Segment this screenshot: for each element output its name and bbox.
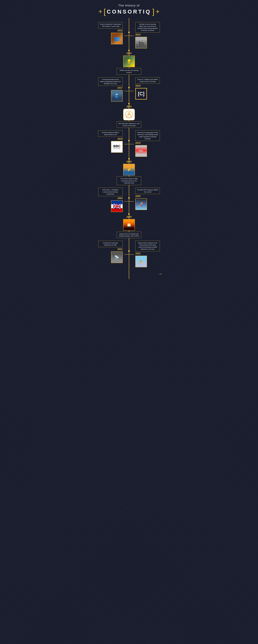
drone-left-icon: ✈ [98, 9, 102, 14]
img-2019: OIL [135, 145, 147, 157]
info-box-center-2015c: DFS discovers, believes in, and invests … [117, 121, 141, 128]
year-2015d: 2015 [135, 84, 141, 87]
h-line-right-r6 [129, 254, 134, 255]
img-center-2020b: 🌅 [123, 219, 135, 231]
svg-point-1 [128, 114, 130, 115]
col-left-2018a: 30 Pilots trained for BBC's Natural Hist… [89, 130, 124, 153]
info-box-2017: Consortiq develops drone safety manageme… [98, 77, 123, 86]
dot-row1 [128, 32, 130, 33]
center-entry-2015a: 2015 👷 UAVAir launches first training co… [117, 50, 141, 74]
year-center-2015a: 2015 [126, 52, 132, 55]
img-center-2015c [123, 109, 135, 120]
info-box-2020a: IPSO Facto - UK Military Leavers drone t… [98, 188, 123, 196]
bbc-text: BBC [113, 144, 120, 148]
center-entry-2020b: 2020 🌅 Started work on Fly2plan with Hea… [117, 213, 141, 238]
bbc-subtext: Natural History [113, 148, 120, 149]
timeline-row-center-2020b: 2020 🌅 Started work on Fly2plan with Hea… [89, 213, 169, 240]
timeline-row-3: Consortiq develops drone safety manageme… [89, 76, 169, 103]
center-dot-row3 [124, 77, 134, 88]
dot-row4 [128, 140, 130, 142]
dot-center-2015c [128, 103, 130, 104]
timeline-row-6: Conducts 5G cell tower inspections for B… [89, 240, 169, 268]
h-line-right-r3 [129, 91, 134, 91]
info-box-2015b: UAViate is first to develop safety case … [135, 22, 160, 32]
bracket-left: [ [104, 8, 106, 16]
img-2020c: 🚀 [135, 198, 147, 210]
page-header: The History of ✈ [ CONSORTIQ ] ✈ [89, 0, 169, 18]
h-line-left-r3 [124, 91, 129, 91]
timeline-row-center-2015c: 2015 DFS discovers, believes in, and inv… [89, 103, 169, 129]
year-2021: 2021 [117, 248, 123, 251]
h-line-right-r4 [129, 144, 134, 144]
img-center-2015a: 👷 [123, 56, 135, 67]
dot-row5 [128, 197, 130, 199]
col-right-2015d: Cloud 12, UAViate, and UAVAir merge to f… [134, 77, 169, 100]
dot-center-2015a [128, 50, 130, 51]
info-box-center-2018b: 21 Ecuador power & utility companies rea… [117, 176, 141, 185]
col-right-2015b: UAViate is first to develop safety case … [134, 22, 169, 48]
img-2012: 👥 [111, 33, 123, 44]
center-entry-2015c: 2015 DFS discovers, believes in, and inv… [117, 103, 141, 128]
header-subtitle: The History of [92, 4, 166, 7]
header-title-wrapper: ✈ [ CONSORTIQ ] ✈ [92, 8, 166, 16]
h-line-right-r5 [129, 201, 134, 202]
bracket-wrapper: [ CONSORTIQ ] [104, 8, 154, 16]
center-dot-row5 [124, 188, 134, 199]
year-2017: 2017 [117, 86, 123, 89]
dot-center-2020b [128, 213, 130, 215]
info-box-2021: Conducts 5G cell tower inspections for B… [98, 241, 123, 247]
timeline-row-center-2018b: 2018 ⚡ 21 Ecuador power & utility compan… [89, 158, 169, 186]
img-2015d: [C] [135, 88, 147, 100]
h-line-left-r1 [124, 36, 129, 36]
year-2020a: 2020 [117, 197, 123, 200]
year-2020c: 2020 [135, 195, 141, 198]
img-2017: 🛢️ [111, 90, 123, 102]
info-box-2018a: 30 Pilots trained for BBC's Natural Hist… [98, 130, 123, 137]
col-left-2017: Consortiq develops drone safety manageme… [89, 77, 124, 102]
timeline-row-5: IPSO Facto - UK Military Leavers drone t… [89, 186, 169, 213]
timeline-row-1: Cloud 12 helps film "Rudimental - Not Gi… [89, 21, 169, 50]
center-entry-2018b: 2018 ⚡ 21 Ecuador power & utility compan… [117, 158, 141, 185]
page-wrapper: The History of ✈ [ CONSORTIQ ] ✈ Cloud 1… [89, 0, 169, 287]
year-2012: 2012 [117, 29, 123, 32]
col-left-2021: Conducts 5G cell tower inspections for B… [89, 241, 124, 263]
center-dot-row4 [124, 130, 134, 142]
year-2022: 2022 [135, 252, 141, 255]
center-dot-row6 [124, 241, 134, 252]
img-2020a: 🇬🇧 [111, 200, 123, 212]
h-line-left-r5 [124, 201, 129, 202]
col-right-2020c: Provides TOP Training to NASA drone pilo… [134, 188, 169, 210]
img-2022: 🚁 [135, 256, 147, 267]
info-box-2019: Chemical & energy giants Shell, Chemours… [135, 130, 160, 141]
col-left-2020a: IPSO Facto - UK Military Leavers drone t… [89, 188, 124, 212]
info-box-2022: Solent Future Transport Zone Project kic… [135, 241, 160, 251]
img-2021: 📡 [111, 252, 123, 263]
arrow-right-icon: → [158, 271, 163, 276]
info-box-2015d: Cloud 12, UAViate, and UAVAir merge to f… [135, 77, 160, 84]
consortiq-logo-svg [125, 111, 133, 118]
dot-row6 [128, 250, 130, 252]
year-center-2015c: 2015 [126, 105, 132, 108]
info-box-center-2020b: Started work on Fly2plan with Heathrow A… [117, 232, 141, 238]
year-2018a: 2018 [117, 138, 123, 140]
timeline: Cloud 12 helps film "Rudimental - Not Gi… [89, 18, 169, 279]
bracket-right: ] [152, 8, 154, 16]
col-right-2019: Chemical & energy giants Shell, Chemours… [134, 130, 169, 157]
img-2018a: BBC Natural History [111, 141, 123, 153]
info-box-2012: Cloud 12 helps film "Rudimental - Not Gi… [98, 22, 123, 28]
dot-row3 [128, 87, 130, 88]
h-line-right-r1 [129, 36, 134, 36]
info-box-center-2015a: UAVAir launches first training courses [117, 68, 141, 74]
center-dot-row1 [124, 22, 134, 33]
header-main-title: CONSORTIQ [107, 9, 151, 15]
year-center-2020b: 2020 [126, 216, 132, 218]
col-right-2022: Solent Future Transport Zone Project kic… [134, 241, 169, 267]
h-line-left-r4 [124, 144, 129, 144]
timeline-row-center-2015a: 2015 👷 UAVAir launches first training co… [89, 50, 169, 76]
year-2019: 2019 [135, 142, 141, 144]
arrow-right-container: → [89, 271, 169, 276]
year-center-2018b: 2018 [126, 160, 132, 163]
img-2015b: 🎬 [135, 37, 147, 48]
dot-center-2018b [128, 158, 130, 160]
timeline-row-4: 30 Pilots trained for BBC's Natural Hist… [89, 129, 169, 158]
